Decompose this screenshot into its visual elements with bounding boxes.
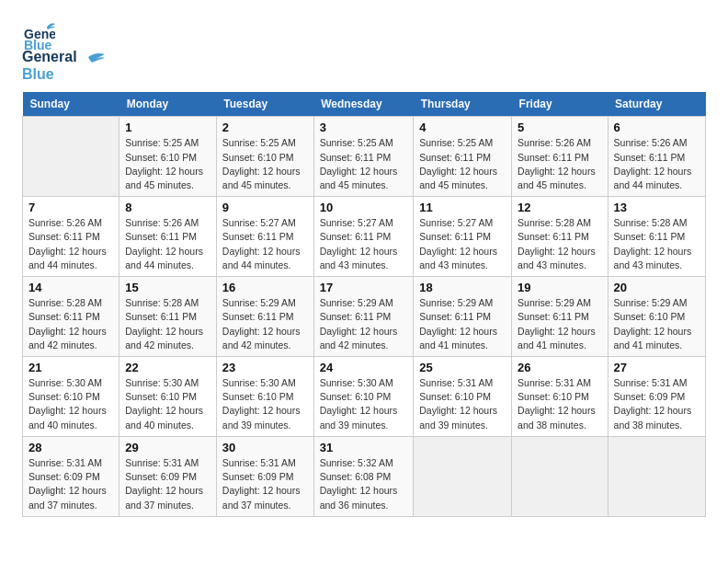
day-info: Sunrise: 5:29 AM Sunset: 6:11 PM Dayligh… <box>320 296 408 352</box>
calendar-cell: 17Sunrise: 5:29 AM Sunset: 6:11 PM Dayli… <box>313 277 414 357</box>
calendar-cell: 31Sunrise: 5:32 AM Sunset: 6:08 PM Dayli… <box>313 436 414 516</box>
calendar-cell: 13Sunrise: 5:28 AM Sunset: 6:11 PM Dayli… <box>608 197 705 277</box>
day-info: Sunrise: 5:26 AM Sunset: 6:11 PM Dayligh… <box>518 136 601 192</box>
logo: General Blue General Blue <box>22 18 107 83</box>
calendar-cell <box>512 436 608 516</box>
calendar-cell: 6Sunrise: 5:26 AM Sunset: 6:11 PM Daylig… <box>608 117 705 197</box>
day-info: Sunrise: 5:31 AM Sunset: 6:09 PM Dayligh… <box>125 456 210 512</box>
calendar-week-row: 28Sunrise: 5:31 AM Sunset: 6:09 PM Dayli… <box>23 436 706 516</box>
day-number: 28 <box>28 441 113 454</box>
day-number: 7 <box>28 201 113 214</box>
day-info: Sunrise: 5:25 AM Sunset: 6:11 PM Dayligh… <box>320 136 408 192</box>
calendar-cell: 14Sunrise: 5:28 AM Sunset: 6:11 PM Dayli… <box>23 277 119 357</box>
day-number: 2 <box>222 121 308 134</box>
day-info: Sunrise: 5:25 AM Sunset: 6:10 PM Dayligh… <box>125 136 210 192</box>
day-info: Sunrise: 5:31 AM Sunset: 6:09 PM Dayligh… <box>222 456 308 512</box>
day-info: Sunrise: 5:28 AM Sunset: 6:11 PM Dayligh… <box>28 296 113 352</box>
day-number: 13 <box>614 201 700 214</box>
day-number: 31 <box>320 441 408 454</box>
day-number: 14 <box>28 281 113 294</box>
calendar-cell <box>608 436 705 516</box>
calendar-cell: 20Sunrise: 5:29 AM Sunset: 6:10 PM Dayli… <box>608 277 705 357</box>
calendar-cell <box>414 436 512 516</box>
day-number: 9 <box>222 201 308 214</box>
calendar-cell: 19Sunrise: 5:29 AM Sunset: 6:11 PM Dayli… <box>512 277 608 357</box>
day-number: 1 <box>125 121 210 134</box>
header-sunday: Sunday <box>23 92 119 117</box>
day-number: 25 <box>419 361 506 374</box>
header-thursday: Thursday <box>414 92 512 117</box>
calendar-cell: 27Sunrise: 5:31 AM Sunset: 6:09 PM Dayli… <box>608 357 705 437</box>
calendar-cell: 18Sunrise: 5:29 AM Sunset: 6:11 PM Dayli… <box>414 277 512 357</box>
day-info: Sunrise: 5:27 AM Sunset: 6:11 PM Dayligh… <box>222 216 308 272</box>
day-info: Sunrise: 5:28 AM Sunset: 6:11 PM Dayligh… <box>614 216 700 272</box>
header-monday: Monday <box>119 92 217 117</box>
calendar-cell: 3Sunrise: 5:25 AM Sunset: 6:11 PM Daylig… <box>313 117 414 197</box>
day-number: 30 <box>222 441 308 454</box>
day-number: 15 <box>125 281 210 294</box>
day-number: 26 <box>518 361 601 374</box>
day-number: 12 <box>518 201 601 214</box>
calendar-cell: 12Sunrise: 5:28 AM Sunset: 6:11 PM Dayli… <box>512 197 608 277</box>
day-number: 5 <box>518 121 601 134</box>
day-info: Sunrise: 5:30 AM Sunset: 6:10 PM Dayligh… <box>28 376 113 432</box>
calendar-cell: 22Sunrise: 5:30 AM Sunset: 6:10 PM Dayli… <box>119 357 217 437</box>
day-info: Sunrise: 5:27 AM Sunset: 6:11 PM Dayligh… <box>320 216 408 272</box>
day-number: 23 <box>222 361 308 374</box>
calendar-cell: 25Sunrise: 5:31 AM Sunset: 6:10 PM Dayli… <box>414 357 512 437</box>
calendar-cell: 11Sunrise: 5:27 AM Sunset: 6:11 PM Dayli… <box>414 197 512 277</box>
calendar-cell: 4Sunrise: 5:25 AM Sunset: 6:11 PM Daylig… <box>414 117 512 197</box>
bird-icon <box>79 50 107 70</box>
day-number: 18 <box>419 281 506 294</box>
day-number: 19 <box>518 281 601 294</box>
header-saturday: Saturday <box>608 92 705 117</box>
calendar-cell: 24Sunrise: 5:30 AM Sunset: 6:10 PM Dayli… <box>313 357 414 437</box>
day-info: Sunrise: 5:26 AM Sunset: 6:11 PM Dayligh… <box>125 216 210 272</box>
day-info: Sunrise: 5:29 AM Sunset: 6:10 PM Dayligh… <box>614 296 700 352</box>
calendar-cell: 7Sunrise: 5:26 AM Sunset: 6:11 PM Daylig… <box>23 197 119 277</box>
day-info: Sunrise: 5:30 AM Sunset: 6:10 PM Dayligh… <box>320 376 408 432</box>
day-info: Sunrise: 5:31 AM Sunset: 6:09 PM Dayligh… <box>28 456 113 512</box>
day-number: 16 <box>222 281 308 294</box>
calendar-cell: 29Sunrise: 5:31 AM Sunset: 6:09 PM Dayli… <box>119 436 217 516</box>
calendar-cell: 21Sunrise: 5:30 AM Sunset: 6:10 PM Dayli… <box>23 357 119 437</box>
calendar-cell: 10Sunrise: 5:27 AM Sunset: 6:11 PM Dayli… <box>313 197 414 277</box>
day-info: Sunrise: 5:28 AM Sunset: 6:11 PM Dayligh… <box>518 216 601 272</box>
calendar-cell: 26Sunrise: 5:31 AM Sunset: 6:10 PM Dayli… <box>512 357 608 437</box>
calendar-cell: 8Sunrise: 5:26 AM Sunset: 6:11 PM Daylig… <box>119 197 217 277</box>
calendar-week-row: 14Sunrise: 5:28 AM Sunset: 6:11 PM Dayli… <box>23 277 706 357</box>
calendar-cell: 30Sunrise: 5:31 AM Sunset: 6:09 PM Dayli… <box>216 436 313 516</box>
day-info: Sunrise: 5:30 AM Sunset: 6:10 PM Dayligh… <box>125 376 210 432</box>
header-tuesday: Tuesday <box>216 92 313 117</box>
calendar-week-row: 1Sunrise: 5:25 AM Sunset: 6:10 PM Daylig… <box>23 117 706 197</box>
calendar-cell: 2Sunrise: 5:25 AM Sunset: 6:10 PM Daylig… <box>216 117 313 197</box>
day-number: 27 <box>614 361 700 374</box>
day-info: Sunrise: 5:31 AM Sunset: 6:10 PM Dayligh… <box>518 376 601 432</box>
day-number: 20 <box>614 281 700 294</box>
day-number: 4 <box>419 121 506 134</box>
day-number: 17 <box>320 281 408 294</box>
day-number: 21 <box>28 361 113 374</box>
day-info: Sunrise: 5:31 AM Sunset: 6:09 PM Dayligh… <box>614 376 700 432</box>
page-header: General Blue General Blue <box>22 18 706 83</box>
calendar-cell: 15Sunrise: 5:28 AM Sunset: 6:11 PM Dayli… <box>119 277 217 357</box>
calendar-cell: 1Sunrise: 5:25 AM Sunset: 6:10 PM Daylig… <box>119 117 217 197</box>
calendar-week-row: 7Sunrise: 5:26 AM Sunset: 6:11 PM Daylig… <box>23 197 706 277</box>
header-wednesday: Wednesday <box>313 92 414 117</box>
calendar-cell: 9Sunrise: 5:27 AM Sunset: 6:11 PM Daylig… <box>216 197 313 277</box>
day-number: 6 <box>614 121 700 134</box>
calendar-cell: 28Sunrise: 5:31 AM Sunset: 6:09 PM Dayli… <box>23 436 119 516</box>
day-number: 3 <box>320 121 408 134</box>
day-info: Sunrise: 5:30 AM Sunset: 6:10 PM Dayligh… <box>222 376 308 432</box>
day-info: Sunrise: 5:27 AM Sunset: 6:11 PM Dayligh… <box>419 216 506 272</box>
calendar-cell: 23Sunrise: 5:30 AM Sunset: 6:10 PM Dayli… <box>216 357 313 437</box>
day-info: Sunrise: 5:29 AM Sunset: 6:11 PM Dayligh… <box>518 296 601 352</box>
day-info: Sunrise: 5:26 AM Sunset: 6:11 PM Dayligh… <box>614 136 700 192</box>
day-number: 10 <box>320 201 408 214</box>
day-info: Sunrise: 5:29 AM Sunset: 6:11 PM Dayligh… <box>222 296 308 352</box>
day-number: 22 <box>125 361 210 374</box>
day-info: Sunrise: 5:28 AM Sunset: 6:11 PM Dayligh… <box>125 296 210 352</box>
day-number: 24 <box>320 361 408 374</box>
day-info: Sunrise: 5:25 AM Sunset: 6:10 PM Dayligh… <box>222 136 308 192</box>
calendar-header-row: SundayMondayTuesdayWednesdayThursdayFrid… <box>23 92 706 117</box>
